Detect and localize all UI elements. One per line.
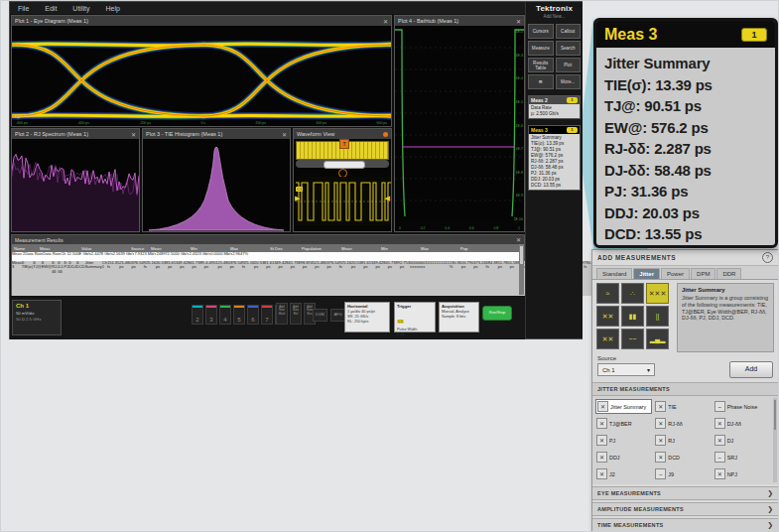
sidebar-button[interactable]: Results Table bbox=[528, 58, 554, 72]
sidebar-button[interactable]: Cursors bbox=[528, 24, 554, 39]
jitter-section-header[interactable]: JITTER MEASUREMENTS bbox=[592, 382, 778, 396]
close-icon[interactable]: ✕ bbox=[516, 236, 521, 243]
left-arrow-icon[interactable]: ▶ bbox=[295, 195, 300, 202]
collapsed-section-header[interactable]: TIME MEASUREMENTS ❯ bbox=[592, 518, 778, 532]
measurement-item[interactable]: ✕ DCD bbox=[654, 450, 711, 465]
add-new-button[interactable]: Add New Ref bbox=[290, 303, 302, 325]
panel-tabs: StandardJitterPowerDPMDDR bbox=[592, 266, 778, 280]
gallery-thumb[interactable]: ✕✕ bbox=[596, 306, 619, 327]
tab[interactable]: Standard bbox=[596, 268, 632, 279]
channel-button[interactable]: 4 bbox=[219, 305, 231, 325]
measurement-item[interactable]: ✕ RJ-δδ bbox=[654, 416, 711, 431]
gallery-thumb[interactable]: ≈ bbox=[596, 283, 619, 304]
menu-item[interactable]: Utility bbox=[72, 5, 89, 12]
sidebar-button[interactable]: ⊞ bbox=[528, 74, 554, 89]
gallery-thumb[interactable]: ✕✕ bbox=[596, 329, 619, 349]
measurement-item[interactable]: ✕ RJ bbox=[654, 433, 711, 448]
measurement-icon: ✕ bbox=[596, 435, 607, 446]
sidebar-button[interactable]: Measure bbox=[528, 41, 554, 56]
channel-1-coupling: 50 Ω 2.5 GHz bbox=[16, 317, 58, 322]
utility-button[interactable]: AFG bbox=[330, 309, 345, 322]
add-button[interactable]: Add bbox=[729, 361, 773, 378]
source-select[interactable]: Ch 1 ▾ bbox=[597, 363, 655, 376]
add-new-button[interactable]: Add New Math bbox=[276, 303, 288, 325]
channel-button[interactable]: 6 bbox=[247, 305, 259, 325]
measurement-item[interactable]: ✕ TIE bbox=[654, 399, 711, 414]
channel-button[interactable]: 5 bbox=[233, 305, 245, 325]
gallery-thumb[interactable]: ~~ bbox=[621, 329, 644, 349]
sidebar: Tektronix Add New... CursorsCalloutMeasu… bbox=[525, 2, 583, 338]
utility-button[interactable]: DVM bbox=[313, 309, 327, 322]
measurement-item[interactable]: ✕ PJ bbox=[595, 433, 652, 448]
tab[interactable]: Power bbox=[661, 268, 690, 279]
run-stop-button[interactable]: Run/Stop bbox=[482, 306, 512, 321]
channel-number: 2 bbox=[195, 317, 198, 323]
gallery-thumb[interactable]: ∴ bbox=[621, 283, 644, 304]
table-row[interactable]: Meas 3 δ: TIE(σ)δ: TJ@δ: EW@δ: RJ-δδδ: D… bbox=[12, 261, 524, 296]
close-icon[interactable]: ✕ bbox=[383, 18, 388, 25]
channel-button[interactable]: 2 bbox=[192, 305, 203, 325]
plot-title: Waveform View bbox=[297, 131, 334, 137]
measurement-item[interactable]: ~ J9 bbox=[654, 466, 711, 481]
channel-button[interactable]: 7 bbox=[261, 305, 273, 325]
menu-item[interactable]: File bbox=[18, 5, 29, 12]
measurement-item[interactable]: ✕ DJ-δδ bbox=[714, 416, 770, 431]
meas3-line: DCD: 13.55 ps bbox=[531, 183, 578, 189]
channel-1-badge[interactable]: Ch 1 50 mV/div 50 Ω 2.5 GHz bbox=[12, 300, 62, 335]
collapsed-section-header[interactable]: AMPLITUDE MEASUREMENTS ❯ bbox=[592, 502, 778, 516]
axis-tick-label: 200 ps bbox=[256, 121, 267, 125]
eye-diagram-plot: Plot 1 - Eye Diagram (Meas 1)✕ bbox=[11, 15, 392, 127]
help-icon[interactable]: ? bbox=[762, 252, 773, 263]
tab[interactable]: Jitter bbox=[633, 268, 660, 279]
sidebar-button[interactable]: More... bbox=[556, 74, 582, 89]
right-arrow-icon[interactable]: ◀ bbox=[385, 195, 390, 202]
channel-buttons: 2 3 4 5 bbox=[192, 305, 287, 325]
channel-button[interactable]: 3 bbox=[205, 305, 217, 325]
results-scrollbar[interactable] bbox=[519, 244, 524, 295]
tab[interactable]: DPM bbox=[691, 268, 715, 279]
close-icon[interactable]: ✕ bbox=[516, 18, 521, 25]
measurement-item[interactable]: ✕ DJ bbox=[714, 433, 770, 448]
measurement-item[interactable]: ✕ Jitter Summary bbox=[595, 399, 652, 414]
horizontal-badge[interactable]: Horizontal 1 µs/div 40 ps/ptSR: 25 GS/sR… bbox=[344, 302, 390, 332]
trigger-marker-icon[interactable]: T bbox=[339, 139, 349, 149]
tab[interactable]: DDR bbox=[716, 268, 741, 279]
measurement-item[interactable]: ~ SRJ bbox=[714, 450, 770, 465]
callout-count-badge: 1 bbox=[741, 28, 767, 42]
gallery-thumb[interactable]: ✕✕✕ bbox=[646, 283, 669, 304]
panel-scrollbar[interactable] bbox=[773, 398, 777, 482]
table-cell-line: 8.8745 ps bbox=[303, 261, 315, 270]
measurement-item[interactable]: ~ Phase Noise bbox=[714, 399, 770, 414]
measurement-item[interactable]: ✕ NPJ bbox=[714, 466, 770, 481]
close-icon[interactable]: ✕ bbox=[131, 131, 136, 138]
measurement-item[interactable]: ✕ TJ@BER bbox=[595, 416, 652, 431]
callout-header: Meas 3 1 bbox=[596, 21, 775, 48]
sidebar-button[interactable]: Callout bbox=[556, 24, 582, 39]
table-cell-line: 11.780 ps bbox=[498, 261, 510, 270]
gallery-thumb[interactable]: ▂▄▂ bbox=[646, 329, 669, 349]
trigger-badge[interactable]: Trigger C1 Pulse Width2 ns bbox=[394, 302, 436, 332]
measurement-item[interactable]: ✕ J2 bbox=[595, 466, 652, 481]
sidebar-button[interactable]: Search bbox=[556, 41, 582, 56]
waveform-zoom-pill[interactable] bbox=[324, 161, 365, 169]
meas2-badge[interactable]: Meas 2 1 Data Rateµ: 2.500 Gb/s bbox=[528, 95, 581, 119]
axis-tick-label: 1E-4 bbox=[516, 76, 523, 80]
plot-title: Plot 2 - RJ Spectrum (Meas 1) bbox=[15, 131, 88, 137]
axis-tick-label: 1E-9 bbox=[516, 194, 523, 198]
waveform-scrollbar[interactable] bbox=[296, 160, 389, 168]
menu-item[interactable]: Help bbox=[105, 5, 119, 12]
chevron-right-icon: ❯ bbox=[767, 521, 773, 529]
sidebar-button[interactable]: Plot bbox=[556, 58, 582, 72]
table-cell-line: Meas 3 bbox=[12, 261, 22, 270]
meas3-badge[interactable]: Meas 3 1 Jitter SummaryTIE(σ): 13.39 psT… bbox=[528, 125, 581, 191]
gallery-thumb[interactable]: ▮▮ bbox=[621, 306, 644, 327]
acquisition-badge[interactable]: Acquisition Manual, AnalyzeSample: 8 bit… bbox=[439, 302, 479, 332]
gallery-thumb[interactable]: || bbox=[646, 306, 669, 327]
close-icon[interactable]: ✕ bbox=[282, 131, 287, 138]
results-header-cell: Population bbox=[300, 246, 325, 251]
callout-title: Meas 3 bbox=[604, 26, 657, 44]
menu-item[interactable]: Edit bbox=[45, 5, 57, 12]
measurement-item[interactable]: ✕ DDJ bbox=[595, 450, 652, 465]
collapsed-section-header[interactable]: EYE MEASUREMENTS ❯ bbox=[592, 486, 778, 500]
channel-color-stripe bbox=[234, 306, 244, 308]
